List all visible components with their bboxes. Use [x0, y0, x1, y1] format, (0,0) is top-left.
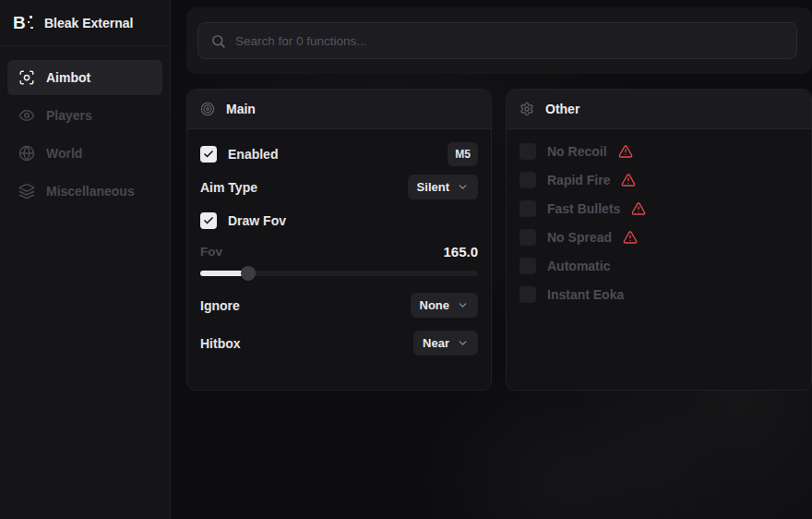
search-box[interactable] [197, 22, 797, 59]
panel-other-header: Other [507, 90, 811, 129]
search-input[interactable] [235, 34, 784, 48]
check-icon [203, 215, 214, 226]
automatic-label: Automatic [547, 259, 610, 273]
other-item-no-spread: No Spread [519, 227, 798, 247]
ignore-value: None [420, 298, 450, 312]
eye-icon [18, 107, 35, 124]
search-icon [210, 33, 226, 49]
other-item-instant-eoka: Instant Eoka [519, 284, 798, 305]
panel-other: Other No Recoil Rapid Fire [506, 89, 812, 391]
rapid-fire-label: Rapid Fire [547, 173, 610, 187]
globe-icon [18, 145, 35, 162]
other-item-rapid-fire: Rapid Fire [519, 170, 798, 190]
automatic-checkbox[interactable] [519, 258, 536, 274]
sidebar-item-label: Aimbot [46, 70, 90, 85]
chevron-down-icon [457, 181, 469, 193]
sidebar-item-label: Miscellaneous [46, 184, 135, 199]
sidebar-item-aimbot[interactable]: Aimbot [7, 60, 162, 95]
search-card [186, 7, 812, 74]
other-item-no-recoil: No Recoil [519, 141, 798, 162]
no-recoil-checkbox[interactable] [519, 143, 536, 160]
warning-icon [623, 230, 638, 245]
panel-title: Other [545, 102, 579, 116]
app-logo-icon: B [13, 13, 33, 33]
sidebar-nav: Aimbot Players World Miscellaneous [0, 46, 170, 223]
enabled-keybind-button[interactable]: M5 [448, 142, 478, 166]
ignore-label: Ignore [200, 298, 240, 313]
panels-row: Main Enabled M5 Aim Type Silent [186, 89, 812, 391]
hitbox-row: Hitbox Near [200, 331, 478, 356]
chevron-down-icon [457, 299, 469, 311]
main-content: Main Enabled M5 Aim Type Silent [172, 0, 812, 519]
warning-icon [621, 173, 636, 187]
instant-eoka-checkbox[interactable] [519, 286, 536, 303]
ignore-dropdown[interactable]: None [411, 293, 479, 318]
fov-label: Fov [200, 245, 222, 259]
instant-eoka-label: Instant Eoka [547, 287, 624, 302]
enabled-label: Enabled [228, 147, 278, 162]
no-spread-checkbox[interactable] [519, 229, 536, 246]
gear-icon [519, 102, 534, 116]
fov-slider-thumb[interactable] [241, 266, 256, 281]
crosshair-scan-icon [18, 69, 35, 86]
panel-title: Main [226, 102, 256, 116]
fov-slider[interactable] [200, 266, 478, 281]
fast-bullets-checkbox[interactable] [519, 200, 536, 217]
aim-type-dropdown[interactable]: Silent [408, 175, 478, 199]
draw-fov-label: Draw Fov [228, 213, 286, 228]
app-title: Bleak External [44, 16, 134, 30]
sidebar-item-players[interactable]: Players [7, 98, 162, 133]
no-recoil-label: No Recoil [547, 144, 607, 159]
draw-fov-checkbox[interactable] [200, 212, 217, 229]
hitbox-dropdown[interactable]: Near [413, 331, 478, 356]
check-icon [203, 149, 214, 160]
hitbox-label: Hitbox [200, 336, 241, 351]
hitbox-value: Near [423, 336, 449, 350]
other-item-fast-bullets: Fast Bullets [519, 199, 798, 219]
target-icon [200, 102, 215, 116]
no-spread-label: No Spread [547, 230, 612, 245]
sidebar-item-world[interactable]: World [7, 136, 162, 171]
ignore-row: Ignore None [200, 293, 478, 318]
fov-value: 165.0 [443, 244, 478, 260]
sidebar-item-label: World [46, 146, 82, 161]
fast-bullets-label: Fast Bullets [547, 201, 620, 216]
aim-type-label: Aim Type [200, 180, 257, 195]
panel-main: Main Enabled M5 Aim Type Silent [186, 89, 492, 391]
aim-type-value: Silent [417, 180, 449, 194]
rapid-fire-checkbox[interactable] [519, 172, 536, 188]
enabled-row: Enabled M5 [200, 141, 478, 166]
app-header: B Bleak External [0, 0, 170, 46]
sidebar-item-miscellaneous[interactable]: Miscellaneous [7, 174, 162, 209]
warning-icon [631, 201, 646, 216]
panel-main-header: Main [187, 90, 491, 129]
sidebar: B Bleak External Aimbot Players World Mi… [0, 0, 171, 519]
sidebar-item-label: Players [46, 108, 92, 123]
enabled-checkbox[interactable] [200, 146, 217, 163]
draw-fov-row: Draw Fov [200, 208, 478, 233]
aim-type-row: Aim Type Silent [200, 175, 478, 199]
warning-icon [618, 144, 633, 159]
fov-row: Fov 165.0 [200, 241, 478, 261]
chevron-down-icon [457, 337, 469, 349]
other-item-automatic: Automatic [519, 256, 798, 276]
layers-icon [18, 183, 35, 199]
